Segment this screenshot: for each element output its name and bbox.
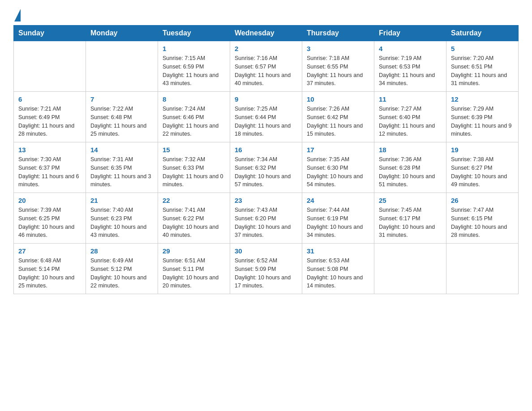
day-info: Sunrise: 6:48 AMSunset: 5:14 PMDaylight:… (18, 257, 81, 290)
calendar-cell (446, 244, 519, 294)
day-number: 31 (307, 247, 369, 255)
day-info: Sunrise: 7:39 AMSunset: 6:25 PMDaylight:… (18, 206, 81, 240)
day-number: 30 (235, 247, 297, 255)
calendar-cell: 15Sunrise: 7:32 AMSunset: 6:33 PMDayligh… (158, 142, 230, 193)
day-number: 21 (90, 197, 153, 204)
page-header (13, 9, 519, 21)
calendar-cell: 3Sunrise: 7:18 AMSunset: 6:55 PMDaylight… (302, 41, 374, 92)
day-info: Sunrise: 6:51 AMSunset: 5:11 PMDaylight:… (163, 257, 225, 290)
day-info: Sunrise: 7:38 AMSunset: 6:27 PMDaylight:… (451, 155, 514, 189)
calendar-cell: 6Sunrise: 7:21 AMSunset: 6:49 PMDaylight… (14, 92, 86, 142)
day-info: Sunrise: 7:40 AMSunset: 6:23 PMDaylight:… (90, 206, 153, 240)
calendar-cell: 2Sunrise: 7:16 AMSunset: 6:57 PMDaylight… (230, 41, 302, 92)
day-number: 24 (307, 197, 369, 204)
day-info: Sunrise: 7:22 AMSunset: 6:48 PMDaylight:… (90, 105, 153, 138)
day-number: 8 (163, 95, 225, 103)
calendar-cell: 9Sunrise: 7:25 AMSunset: 6:44 PMDaylight… (230, 92, 302, 142)
calendar-cell: 14Sunrise: 7:31 AMSunset: 6:35 PMDayligh… (86, 142, 158, 193)
day-info: Sunrise: 7:27 AMSunset: 6:40 PMDaylight:… (379, 105, 442, 138)
calendar-cell: 11Sunrise: 7:27 AMSunset: 6:40 PMDayligh… (374, 92, 446, 142)
calendar-cell: 29Sunrise: 6:51 AMSunset: 5:11 PMDayligh… (158, 244, 230, 294)
day-info: Sunrise: 7:32 AMSunset: 6:33 PMDaylight:… (163, 155, 225, 189)
day-number: 25 (379, 197, 442, 204)
day-info: Sunrise: 7:43 AMSunset: 6:20 PMDaylight:… (235, 206, 297, 240)
day-number: 10 (307, 95, 369, 103)
calendar-cell (14, 41, 86, 92)
day-info: Sunrise: 7:34 AMSunset: 6:32 PMDaylight:… (235, 155, 297, 189)
calendar-cell: 26Sunrise: 7:47 AMSunset: 6:15 PMDayligh… (446, 193, 519, 244)
calendar-week-row: 20Sunrise: 7:39 AMSunset: 6:25 PMDayligh… (14, 193, 519, 244)
calendar-week-row: 27Sunrise: 6:48 AMSunset: 5:14 PMDayligh… (14, 244, 519, 294)
day-number: 9 (235, 95, 297, 103)
calendar-cell: 31Sunrise: 6:53 AMSunset: 5:08 PMDayligh… (302, 244, 374, 294)
calendar-cell: 5Sunrise: 7:20 AMSunset: 6:51 PMDaylight… (446, 41, 519, 92)
day-info: Sunrise: 7:35 AMSunset: 6:30 PMDaylight:… (307, 155, 369, 189)
day-info: Sunrise: 7:31 AMSunset: 6:35 PMDaylight:… (90, 155, 153, 189)
day-info: Sunrise: 7:36 AMSunset: 6:28 PMDaylight:… (379, 155, 442, 189)
calendar-header-row: SundayMondayTuesdayWednesdayThursdayFrid… (14, 26, 519, 41)
calendar-table: SundayMondayTuesdayWednesdayThursdayFrid… (13, 25, 519, 294)
day-info: Sunrise: 7:41 AMSunset: 6:22 PMDaylight:… (163, 206, 225, 240)
day-number: 2 (235, 45, 297, 52)
day-info: Sunrise: 6:53 AMSunset: 5:08 PMDaylight:… (307, 257, 369, 290)
day-header-saturday: Saturday (446, 26, 519, 41)
calendar-cell: 8Sunrise: 7:24 AMSunset: 6:46 PMDaylight… (158, 92, 230, 142)
day-number: 29 (163, 247, 225, 255)
day-info: Sunrise: 7:21 AMSunset: 6:49 PMDaylight:… (18, 105, 81, 138)
calendar-week-row: 13Sunrise: 7:30 AMSunset: 6:37 PMDayligh… (14, 142, 519, 193)
day-info: Sunrise: 7:44 AMSunset: 6:19 PMDaylight:… (307, 206, 369, 240)
day-number: 6 (18, 95, 81, 103)
calendar-cell: 12Sunrise: 7:29 AMSunset: 6:39 PMDayligh… (446, 92, 519, 142)
day-info: Sunrise: 6:49 AMSunset: 5:12 PMDaylight:… (90, 257, 153, 290)
calendar-cell: 7Sunrise: 7:22 AMSunset: 6:48 PMDaylight… (86, 92, 158, 142)
day-info: Sunrise: 7:30 AMSunset: 6:37 PMDaylight:… (18, 155, 81, 189)
calendar-cell: 10Sunrise: 7:26 AMSunset: 6:42 PMDayligh… (302, 92, 374, 142)
calendar-cell (86, 41, 158, 92)
day-number: 1 (163, 45, 225, 52)
day-number: 22 (163, 197, 225, 204)
day-info: Sunrise: 7:18 AMSunset: 6:55 PMDaylight:… (307, 54, 369, 88)
day-header-thursday: Thursday (302, 26, 374, 41)
day-info: Sunrise: 7:20 AMSunset: 6:51 PMDaylight:… (451, 54, 514, 88)
calendar-cell: 16Sunrise: 7:34 AMSunset: 6:32 PMDayligh… (230, 142, 302, 193)
day-info: Sunrise: 7:16 AMSunset: 6:57 PMDaylight:… (235, 54, 297, 88)
calendar-cell: 17Sunrise: 7:35 AMSunset: 6:30 PMDayligh… (302, 142, 374, 193)
calendar-cell: 1Sunrise: 7:15 AMSunset: 6:59 PMDaylight… (158, 41, 230, 92)
day-number: 18 (379, 146, 442, 154)
day-header-monday: Monday (86, 26, 158, 41)
day-info: Sunrise: 7:24 AMSunset: 6:46 PMDaylight:… (163, 105, 225, 138)
day-number: 3 (307, 45, 369, 52)
day-info: Sunrise: 7:45 AMSunset: 6:17 PMDaylight:… (379, 206, 442, 240)
day-header-wednesday: Wednesday (230, 26, 302, 41)
calendar-cell: 22Sunrise: 7:41 AMSunset: 6:22 PMDayligh… (158, 193, 230, 244)
day-number: 28 (90, 247, 153, 255)
calendar-cell (374, 244, 446, 294)
day-number: 11 (379, 95, 442, 103)
calendar-cell: 25Sunrise: 7:45 AMSunset: 6:17 PMDayligh… (374, 193, 446, 244)
day-header-friday: Friday (374, 26, 446, 41)
day-number: 12 (451, 95, 514, 103)
calendar-week-row: 1Sunrise: 7:15 AMSunset: 6:59 PMDaylight… (14, 41, 519, 92)
day-number: 23 (235, 197, 297, 204)
calendar-cell: 21Sunrise: 7:40 AMSunset: 6:23 PMDayligh… (86, 193, 158, 244)
day-number: 17 (307, 146, 369, 154)
calendar-cell: 19Sunrise: 7:38 AMSunset: 6:27 PMDayligh… (446, 142, 519, 193)
day-number: 16 (235, 146, 297, 154)
day-info: Sunrise: 7:15 AMSunset: 6:59 PMDaylight:… (163, 54, 225, 88)
logo-triangle-icon (14, 9, 21, 21)
day-number: 5 (451, 45, 514, 52)
day-number: 15 (163, 146, 225, 154)
day-info: Sunrise: 7:19 AMSunset: 6:53 PMDaylight:… (379, 54, 442, 88)
calendar-cell: 30Sunrise: 6:52 AMSunset: 5:09 PMDayligh… (230, 244, 302, 294)
day-number: 27 (18, 247, 81, 255)
day-info: Sunrise: 7:25 AMSunset: 6:44 PMDaylight:… (235, 105, 297, 138)
calendar-cell: 4Sunrise: 7:19 AMSunset: 6:53 PMDaylight… (374, 41, 446, 92)
calendar-cell: 20Sunrise: 7:39 AMSunset: 6:25 PMDayligh… (14, 193, 86, 244)
day-number: 13 (18, 146, 81, 154)
day-info: Sunrise: 7:29 AMSunset: 6:39 PMDaylight:… (451, 105, 514, 138)
day-number: 19 (451, 146, 514, 154)
day-info: Sunrise: 6:52 AMSunset: 5:09 PMDaylight:… (235, 257, 297, 290)
calendar-cell: 27Sunrise: 6:48 AMSunset: 5:14 PMDayligh… (14, 244, 86, 294)
calendar-cell: 28Sunrise: 6:49 AMSunset: 5:12 PMDayligh… (86, 244, 158, 294)
day-number: 20 (18, 197, 81, 204)
